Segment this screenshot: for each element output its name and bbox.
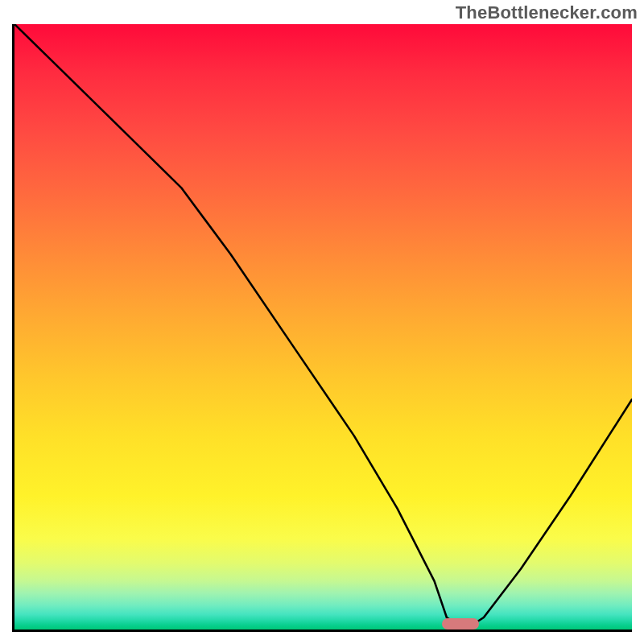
curve-path (14, 24, 632, 630)
optimum-marker (442, 618, 479, 630)
bottleneck-chart: TheBottlenecker.com (0, 0, 644, 644)
watermark-text: TheBottlenecker.com (456, 2, 638, 23)
plot-area (12, 24, 632, 632)
bottleneck-curve (14, 24, 632, 630)
